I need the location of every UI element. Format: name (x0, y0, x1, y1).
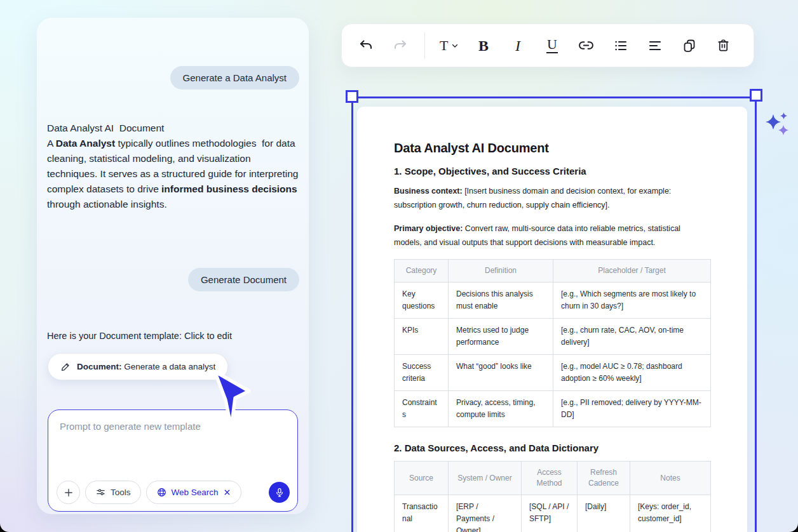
chevron-down-icon (451, 42, 459, 50)
ai-response-text: Data Analyst AI Document A Data Analyst … (47, 121, 302, 212)
plus-icon (63, 487, 74, 498)
chip-label-bold: Document: (77, 362, 122, 371)
web-search-toggle[interactable]: Web Search (146, 481, 241, 504)
table-cell: Key questions (395, 283, 449, 319)
scope-table: Category Definition Placeholder / Target… (394, 259, 711, 427)
table-row: KPIs Metrics used to judge performance [… (395, 319, 711, 355)
link-icon (578, 37, 594, 53)
prompt-actions-row: Tools Web Search (57, 481, 290, 504)
table-cell: [SQL / API / SFTP] (522, 495, 578, 532)
delete-button[interactable] (712, 34, 734, 57)
globe-icon (156, 487, 167, 498)
table-header-row: Category Definition Placeholder / Target (395, 260, 711, 283)
document-template-chip[interactable]: Document: Generate a data analyst (48, 353, 228, 380)
selection-frame-left (351, 103, 353, 532)
undo-icon (358, 38, 374, 53)
copy-button[interactable] (678, 34, 700, 57)
ai-sparkles-icon (765, 112, 790, 138)
table-header-row: Source System / Owner Access Method Refr… (395, 462, 711, 495)
table-header-cell: System / Owner (449, 462, 522, 495)
table-header-cell: Category (395, 260, 449, 283)
section-heading: 1. Scope, Objectives, and Success Criter… (394, 166, 710, 176)
table-row: Transactional [ERP / Payments / Owner] [… (395, 495, 711, 532)
table-row: Success criteria What “good” looks like … (395, 355, 711, 391)
web-search-label: Web Search (172, 488, 219, 497)
table-cell: [e.g., model AUC ≥ 0.78; dashboard adopt… (553, 355, 711, 391)
text-style-button[interactable]: T (438, 34, 460, 57)
selection-frame-right (755, 102, 757, 532)
pencil-icon (60, 361, 71, 372)
redo-icon (393, 38, 408, 53)
chat-panel: Generate a Data Analyst Data Analyst AI … (37, 18, 309, 514)
user-message-bubble: Generate a Data Analyst (170, 66, 299, 90)
text-style-icon: T (440, 39, 448, 53)
user-message-text: Generate a Data Analyst (183, 72, 287, 83)
remove-web-search-icon[interactable] (223, 488, 231, 496)
tools-label: Tools (111, 488, 131, 497)
align-left-icon (647, 38, 663, 53)
selection-frame-top (357, 96, 752, 98)
voice-input-button[interactable] (269, 482, 290, 503)
ai-response-title: Data Analyst AI Document (47, 123, 164, 133)
template-hint-text: Here is your Document template: Click to… (47, 331, 232, 341)
italic-icon: I (515, 38, 520, 53)
add-attachment-button[interactable] (57, 481, 80, 504)
trash-icon (716, 38, 731, 53)
bold-button[interactable]: B (472, 34, 494, 57)
sliders-icon (95, 487, 106, 498)
table-cell: [e.g., churn rate, CAC, AOV, on-time del… (553, 319, 711, 355)
selection-handle-top-right[interactable] (750, 89, 762, 102)
table-cell: [e.g., Which segments are most likely to… (553, 283, 711, 319)
underline-icon: U (546, 37, 558, 53)
italic-button[interactable]: I (506, 34, 529, 57)
table-cell: Success criteria (395, 355, 449, 391)
prompt-input-container: Tools Web Search (48, 409, 298, 512)
link-button[interactable] (575, 34, 597, 57)
redo-button[interactable] (389, 34, 411, 57)
table-cell: [e.g., PII removed; delivery by YYYY-MM-… (553, 391, 711, 427)
data-sources-table: Source System / Owner Access Method Refr… (394, 461, 711, 532)
section-heading: 2. Data Sources, Access, and Data Dictio… (394, 442, 710, 453)
selection-handle-top-left[interactable] (346, 90, 358, 103)
table-row: Key questions Decisions this analysis mu… (395, 283, 711, 319)
table-cell: Decisions this analysis must enable (449, 283, 553, 319)
table-cell: Metrics used to judge performance (449, 319, 553, 355)
document-title: Data Analyst AI Document (394, 141, 710, 156)
bullet-list-button[interactable] (609, 34, 632, 57)
paragraph: Business context: [Insert business domai… (394, 184, 710, 212)
table-cell: KPIs (395, 319, 449, 355)
table-header-cell: Refresh Cadence (578, 462, 630, 495)
table-cell: Constraints (395, 391, 449, 427)
table-cell: [Daily] (578, 495, 630, 532)
microphone-icon (274, 487, 285, 498)
copy-icon (682, 38, 697, 53)
underline-button[interactable]: U (541, 34, 563, 57)
undo-button[interactable] (355, 34, 377, 57)
chip-label-text: Generate a data analyst (122, 362, 216, 371)
table-cell: [ERP / Payments / Owner] (449, 495, 522, 532)
app-window: Generate a Data Analyst Data Analyst AI … (0, 0, 798, 532)
table-header-cell: Definition (449, 260, 553, 283)
table-cell: What “good” looks like (449, 355, 553, 391)
table-cell: [Keys: order_id, customer_id] (630, 495, 711, 532)
table-row: Constraints Privacy, access, timing, com… (395, 391, 711, 427)
table-header-cell: Notes (630, 462, 711, 495)
tools-button[interactable]: Tools (85, 481, 141, 504)
table-cell: Privacy, access, timing, compute limits (449, 391, 553, 427)
table-header-cell: Source (395, 462, 449, 495)
table-header-cell: Access Method (522, 462, 578, 495)
user-message-text: Generate Document (201, 274, 287, 285)
bold-icon: B (478, 38, 489, 53)
document-canvas[interactable]: Data Analyst AI Document 1. Scope, Objec… (357, 107, 747, 532)
prompt-input[interactable] (48, 410, 297, 465)
user-message-bubble: Generate Document (188, 268, 299, 291)
editor-toolbar: T B I U (341, 23, 754, 67)
toolbar-divider (424, 32, 425, 59)
table-cell: Transactional (395, 495, 449, 532)
bullet-list-icon (613, 38, 628, 53)
table-header-cell: Placeholder / Target (553, 260, 711, 283)
paragraph: Primary objective: Convert raw, multi-so… (394, 222, 710, 249)
align-button[interactable] (644, 34, 666, 57)
